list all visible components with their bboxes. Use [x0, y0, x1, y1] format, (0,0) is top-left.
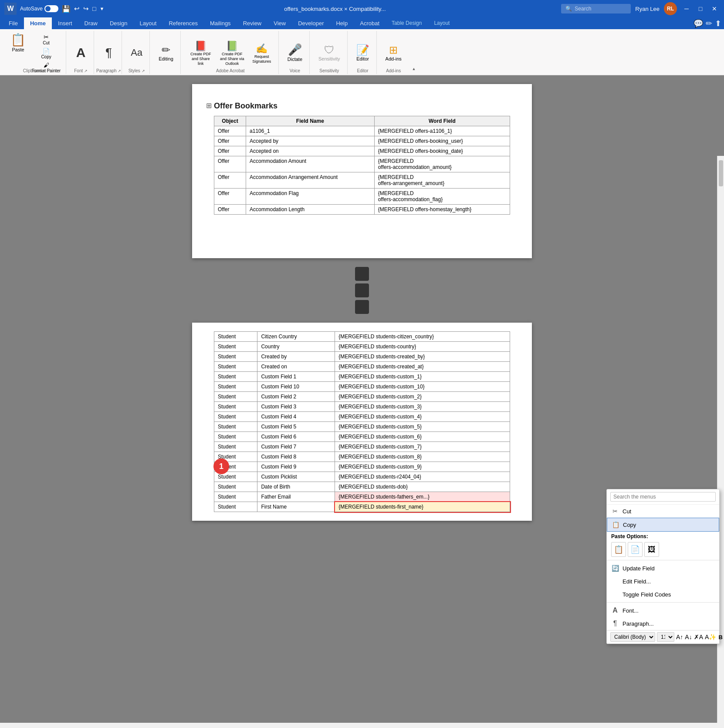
request-signatures-button[interactable]: ✍ Request Signatures: [249, 42, 275, 65]
ctx-edit-field-label: Edit Field...: [623, 578, 651, 585]
tab-insert[interactable]: Insert: [52, 17, 78, 29]
tab-mailings[interactable]: Mailings: [204, 17, 237, 29]
tab-home[interactable]: Home: [24, 17, 52, 29]
ctx-item-paragraph[interactable]: ¶ Paragraph...: [607, 617, 719, 630]
user-avatar[interactable]: RL: [664, 2, 677, 15]
cut-button[interactable]: ✂ Cut: [30, 33, 62, 46]
ctx-paste-icon-3[interactable]: 🖼: [644, 542, 659, 557]
tab-acrobat[interactable]: Acrobat: [354, 17, 386, 29]
maximize-button[interactable]: □: [695, 3, 706, 14]
sensitivity-button[interactable]: 🛡 Sensitivity: [315, 42, 344, 63]
context-bottom-toolbar: Calibri (Body) 11 A↑ A↓ ✗A A✨ B I U A A …: [607, 630, 719, 644]
redo-icon[interactable]: ↪: [83, 5, 89, 13]
create-pdf-outlook-button[interactable]: 📗 Create PDF and Share via Outlook: [217, 39, 247, 67]
paragraph-ctx-icon: ¶: [611, 620, 619, 627]
editor-button[interactable]: 📝 Editor: [353, 42, 373, 63]
ctx-paste-icon-2[interactable]: 📄: [628, 542, 643, 557]
font-button[interactable]: A: [73, 44, 89, 62]
ribbon-group-editor: 📝 Editor Editor: [349, 31, 377, 74]
ribbon-group-sensitivity: 🛡 Sensitivity Sensitivity: [311, 31, 348, 74]
context-menu-search[interactable]: [607, 489, 719, 505]
clear-format-icon[interactable]: ✗A: [694, 634, 703, 640]
bold-button[interactable]: B: [718, 632, 723, 642]
autosave-toggle[interactable]: [44, 5, 58, 12]
save-icon[interactable]: 💾: [62, 5, 71, 13]
table-row: StudentDate of Birth{MERGEFIELD students…: [214, 482, 510, 492]
tab-draw[interactable]: Draw: [78, 17, 104, 29]
font-name-select[interactable]: Calibri (Body): [610, 632, 655, 642]
ctx-font-label: Font...: [623, 607, 639, 614]
table-row: OfferAccommodation Amount{MERGEFIELDoffe…: [214, 156, 510, 172]
ctx-item-font[interactable]: A Font...: [607, 604, 719, 617]
table-row: StudentCustom Field 8{MERGEFIELD student…: [214, 452, 510, 462]
title-search-box[interactable]: 🔍 Search: [561, 4, 631, 13]
font-grow-icon[interactable]: A↑: [676, 634, 683, 640]
tab-developer[interactable]: Developer: [292, 17, 330, 29]
table-row: StudentCustom Field 6{MERGEFIELD student…: [214, 432, 510, 442]
view-icon[interactable]: □: [92, 5, 96, 12]
scrollbar-thumb[interactable]: [719, 160, 723, 186]
share-icon[interactable]: ⬆: [715, 19, 721, 28]
step-number: 1: [219, 462, 223, 471]
tab-file[interactable]: File: [3, 17, 24, 29]
page-1: ⊞ Offer Bookmarks Object Field Name Word…: [192, 84, 532, 258]
table-row: OfferAccommodation Length{MERGEFIELD off…: [214, 205, 510, 215]
cut-ctx-icon: ✂: [611, 507, 619, 515]
ctx-paste-icon-1[interactable]: 📋: [611, 542, 626, 557]
comments-icon[interactable]: 💬: [694, 19, 703, 28]
ctx-item-toggle-codes[interactable]: Toggle Field Codes: [607, 588, 719, 601]
tab-review[interactable]: Review: [237, 17, 268, 29]
edit-icon[interactable]: ✏: [706, 19, 712, 28]
context-menu: ✂ Cut 📋 Copy Paste Options: 📋 📄 🖼 🔄 Upda…: [606, 489, 720, 644]
copy-ctx-icon: 📋: [612, 521, 619, 529]
ctx-item-edit-field[interactable]: Edit Field...: [607, 575, 719, 588]
ctx-paragraph-label: Paragraph...: [623, 620, 654, 627]
tab-layout[interactable]: Layout: [133, 17, 162, 29]
undo-icon[interactable]: ↩: [74, 5, 80, 13]
addins-button[interactable]: ⊞ Add-ins: [382, 42, 405, 63]
close-button[interactable]: ✕: [709, 3, 720, 14]
font-size-select[interactable]: 11: [657, 632, 674, 642]
paragraph-icon: ¶: [105, 46, 112, 60]
ctx-item-cut[interactable]: ✂ Cut: [607, 505, 719, 518]
editing-button[interactable]: ✏ Editing: [155, 42, 177, 63]
tab-table-layout[interactable]: Layout: [428, 17, 456, 29]
request-signatures-icon: ✍: [256, 43, 267, 54]
table-row: StudentCustom Field 10{MERGEFIELD studen…: [214, 382, 510, 392]
ctx-item-update-field[interactable]: 🔄 Update Field: [607, 562, 719, 575]
editing-icon: ✏: [162, 44, 170, 56]
font-icon: A: [76, 45, 86, 60]
text-effects-icon[interactable]: A✨: [705, 634, 716, 640]
create-pdf-share-button[interactable]: 📕 Create PDF and Share link: [186, 39, 216, 67]
paste-label: Paste: [12, 47, 24, 52]
ribbon-group-acrobat: 📕 Create PDF and Share link 📗 Create PDF…: [183, 31, 279, 74]
document-area: ⊞ Offer Bookmarks Object Field Name Word…: [0, 75, 724, 723]
paragraph-button[interactable]: ¶: [102, 44, 115, 61]
tab-references[interactable]: References: [162, 17, 203, 29]
ctx-item-copy[interactable]: 📋 Copy: [607, 518, 719, 532]
search-placeholder: Search: [575, 6, 591, 12]
update-field-icon: 🔄: [611, 564, 619, 572]
paste-button[interactable]: 📋 Paste: [7, 31, 29, 74]
context-search-input[interactable]: [610, 492, 716, 502]
page-title: Offer Bookmarks: [214, 101, 510, 111]
dictate-icon: 🎤: [288, 43, 302, 57]
ribbon-collapse-button[interactable]: ▲: [410, 65, 417, 72]
tab-table-design[interactable]: Table Design: [386, 17, 428, 29]
sensitivity-icon: 🛡: [324, 44, 335, 56]
styles-button[interactable]: Aa: [127, 45, 146, 60]
table-2: StudentCitizen Country{MERGEFIELD studen…: [214, 331, 510, 512]
table-anchor-1[interactable]: ⊞: [206, 101, 212, 110]
tab-design[interactable]: Design: [104, 17, 133, 29]
tab-help[interactable]: Help: [330, 17, 354, 29]
ctx-separator-1: [607, 560, 719, 560]
create-pdf-outlook-icon: 📗: [226, 40, 238, 52]
font-shrink-icon[interactable]: A↓: [685, 634, 692, 640]
scroll-dot-3: [355, 300, 369, 314]
copy-ribbon-button[interactable]: 📄 Copy: [30, 47, 62, 60]
tab-view[interactable]: View: [267, 17, 292, 29]
dropdown-icon[interactable]: ▼: [100, 6, 105, 11]
dictate-button[interactable]: 🎤 Dictate: [284, 41, 306, 64]
table-row-last: StudentFirst Name{MERGEFIELD students-fi…: [214, 502, 510, 512]
minimize-button[interactable]: ─: [681, 3, 692, 14]
